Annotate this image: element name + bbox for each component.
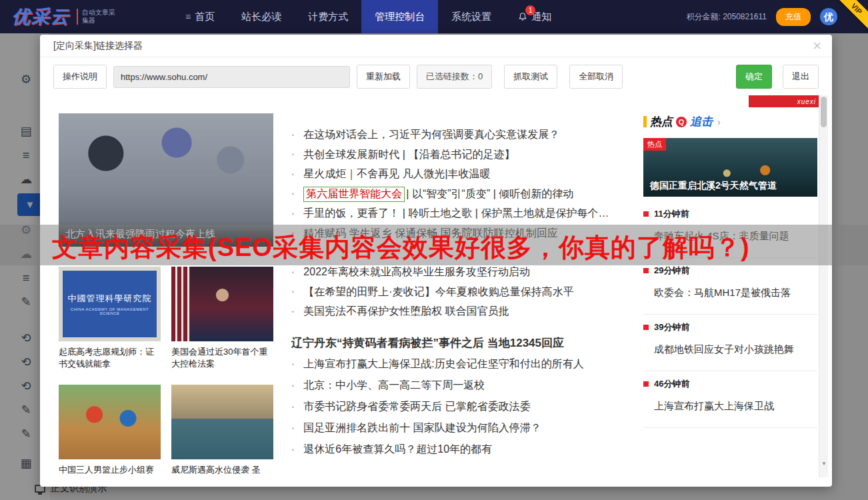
app-logo: 优采云 自动文章采集器 [12, 5, 172, 29]
xuexi-banner: xuexi [749, 95, 820, 107]
bullet: · [291, 423, 295, 435]
embedded-webpage: xuexi 北方入汛来最强降雨过程今夜上线 中國管理科學研究院 CHINA AC… [40, 95, 832, 477]
academy-plaque-text: 中國管理科學研究院 [68, 293, 152, 305]
academy-plaque-en: CHINA ACADEMY OF MANAGEMENT SCIENCE [63, 307, 157, 315]
hot-top-story[interactable]: 热点 德国正重启北溪2号天然气管道 [643, 138, 817, 197]
bullet: · [291, 306, 295, 318]
hot-item-time: 29分钟前 [643, 265, 817, 277]
nav-item-console[interactable]: 管理控制台 [361, 0, 438, 33]
hot-list-item[interactable]: 29分钟前 欧委会：马航MH17是被俄击落 [643, 258, 817, 315]
headline-link[interactable]: ·上海宣布打赢大上海保卫战:历史会记住坚守和付出的所有人 [291, 354, 633, 375]
red-square-bullet [643, 211, 649, 217]
hot-item-text: 欧委会：马航MH17是被俄击落 [654, 287, 817, 299]
bullet: · [291, 149, 295, 161]
headline-link[interactable]: ·星火成炬｜不舍再见 凡人微光|丰收温暖 [291, 165, 633, 185]
card-caption: 美国会通过近30年首个重大控枪法案 [171, 346, 273, 370]
hot-item-text: 上海宣布打赢大上海保卫战 [654, 400, 817, 413]
nav-item-settings[interactable]: 系统设置 [438, 0, 505, 33]
headline-link[interactable]: ·在这场对话会上，习近平为何强调要真心实意谋发展？ [291, 125, 633, 145]
modal-title: [定向采集]链接选择器 [53, 40, 143, 52]
nav-item-home[interactable]: ≡ 首页 [172, 0, 228, 33]
bullet: · [291, 267, 295, 279]
headline-link[interactable]: ·市委书记跻身省委常委两天后 已掌舵省委政法委 [291, 397, 633, 418]
red-square-bullet [643, 268, 649, 273]
scrollbar-thumb[interactable] [821, 97, 827, 127]
main-nav: ≡ 首页 站长必读 计费方式 管理控制台 系统设置 1 通知 [172, 0, 565, 33]
nav-item-label: 首页 [195, 11, 215, 23]
headline-link[interactable]: ·2022年离校未就业高校毕业生服务攻坚行动启动 [291, 263, 633, 283]
hot-badge: 热点 [643, 138, 666, 151]
venice-photo [171, 385, 273, 459]
headline-text: | 以“智变”引“质变” | 倾听创新的律动 [406, 187, 573, 201]
exit-button[interactable]: 退出 [783, 65, 819, 89]
headline-text: 退休近6年被查算久吗？超过10年的都有 [303, 443, 492, 457]
left-picture-column: 北方入汛来最强降雨过程今夜上线 中國管理科學研究院 CHINA ACADEMY … [59, 113, 273, 476]
headline-text: 手里的饭，更香了！ | 聆听土地之歌 | 保护黑土地就是保护每个… [303, 207, 609, 221]
headline-text: 星火成炬｜不舍再见 凡人微光|丰收温暖 [303, 167, 490, 181]
bullet: · [291, 401, 295, 413]
overlay-annotation: 文章内容采集(SEO采集内容会效果好很多，你真的了解吗？) [52, 231, 750, 265]
bell-icon: 1 [518, 11, 527, 22]
headline-link[interactable]: ·国足亚洲排名跌出前十 国家队建设为何陷入停滞？ [291, 418, 633, 439]
scroll-down-icon[interactable]: ▼ [819, 461, 829, 467]
headline-text: 北京：中小学、高一高二等下周一返校 [303, 379, 485, 393]
close-icon[interactable]: × [813, 39, 821, 53]
headline-text: 市委书记跻身省委常委两天后 已掌舵省委政法委 [303, 400, 530, 414]
headline-link[interactable]: ·共创全球发展新时代 | 【沿着总书记的足迹】 [291, 145, 633, 165]
headline-link[interactable]: ·退休近6年被查算久吗？超过10年的都有 [291, 439, 633, 461]
headline-text: 【在希望的田野上·麦收记】今年夏粮收购总量保持高水平 [303, 285, 573, 299]
navbar-right: 积分金额: 2050821611 充值 优 [686, 8, 868, 26]
nav-item-must-read[interactable]: 站长必读 [228, 0, 295, 33]
brand-round-logo: 优 [820, 8, 837, 25]
reload-button[interactable]: 重新加载 [357, 65, 410, 89]
hot-item-time: 39分钟前 [643, 321, 817, 333]
hot-list-item[interactable]: 39分钟前 成都地铁回应女子对小孩跳艳舞 [643, 315, 817, 371]
hot-title-black: 热点 [650, 114, 673, 129]
help-button[interactable]: 操作说明 [53, 65, 107, 89]
hot-section-header[interactable]: 热点 Q 追击 › [643, 114, 817, 129]
url-input[interactable] [113, 66, 350, 88]
headline-link-selected[interactable]: ·第六届世界智能大会 | 以“智变”引“质变” | 倾听创新的律动 [291, 185, 633, 205]
nav-item-billing[interactable]: 计费方式 [295, 0, 361, 33]
selected-count-indicator: 已选链接数：0 [417, 65, 492, 89]
hot-item-time: 11分钟前 [643, 208, 817, 220]
headline-column: ·在这场对话会上，习近平为何强调要真心实意谋发展？ ·共创全球发展新时代 | 【… [291, 125, 633, 461]
headline-link[interactable]: ·北京：中小学、高一高二等下周一返校 [291, 375, 633, 397]
recharge-button[interactable]: 充值 [776, 8, 811, 26]
card-caption: 中国三人男篮止步小组赛 [59, 464, 161, 476]
news-card[interactable]: 中国三人男篮止步小组赛 [59, 385, 161, 476]
academy-photo: 中國管理科學研究院 CHINA ACADEMY OF MANAGEMENT SC… [59, 267, 161, 341]
congress-photo [171, 267, 273, 341]
webpage-scrollbar[interactable]: ▼ [819, 95, 828, 477]
confirm-button[interactable]: 确定 [736, 65, 772, 89]
headline-link[interactable]: ·【在希望的田野上·麦收记】今年夏粮收购总量保持高水平 [291, 283, 633, 303]
headline-link[interactable]: 辽宁丹东“持黄码者看病被拦”事件之后 当地12345回应 [291, 333, 633, 354]
cancel-all-button[interactable]: 全部取消 [569, 65, 623, 89]
card-caption: 威尼斯遇高水位侵袭 圣 [171, 464, 273, 476]
nav-item-label: 管理控制台 [375, 11, 425, 23]
hot-title-blue: 追击 [690, 114, 713, 129]
basketball-photo [59, 385, 161, 459]
grab-test-button[interactable]: 抓取测试 [504, 65, 557, 89]
nav-item-notifications[interactable]: 1 通知 [505, 0, 565, 33]
hot-item-time: 46分钟前 [643, 378, 817, 390]
hot-magnifier-icon: Q [676, 117, 687, 127]
nav-item-label: 系统设置 [451, 11, 491, 23]
news-card[interactable]: 中國管理科學研究院 CHINA ACADEMY OF MANAGEMENT SC… [59, 267, 161, 370]
top-navbar: 优采云 自动文章采集器 ≡ 首页 站长必读 计费方式 管理控制台 系统设置 [0, 0, 868, 33]
hot-list-item[interactable]: 46分钟前 上海宣布打赢大上海保卫战 [643, 371, 817, 428]
modal-toolbar: 操作说明 重新加载 已选链接数：0 抓取测试 全部取消 确定 退出 [40, 57, 832, 89]
red-square-bullet [643, 381, 649, 387]
headline-link[interactable]: ·美国宪法不再保护女性堕胎权 联合国官员批 [291, 302, 633, 322]
bullet: · [291, 359, 295, 371]
selected-link-highlight[interactable]: 第六届世界智能大会 [303, 187, 405, 202]
news-card[interactable]: 美国会通过近30年首个重大控枪法案 [171, 267, 273, 370]
headline-link[interactable]: ·手里的饭，更香了！ | 聆听土地之歌 | 保护黑土地就是保护每个… [291, 204, 633, 224]
red-square-bullet [643, 325, 649, 330]
accent-bar [643, 116, 647, 127]
news-card[interactable]: 威尼斯遇高水位侵袭 圣 [171, 385, 273, 476]
credit-balance: 积分金额: 2050821611 [686, 11, 767, 23]
headline-text: 美国宪法不再保护女性堕胎权 联合国官员批 [303, 305, 509, 319]
card-row-2: 中国三人男篮止步小组赛 威尼斯遇高水位侵袭 圣 [59, 385, 273, 476]
headline-group-2: 辽宁丹东“持黄码者看病被拦”事件之后 当地12345回应 ·上海宣布打赢大上海保… [291, 333, 633, 461]
